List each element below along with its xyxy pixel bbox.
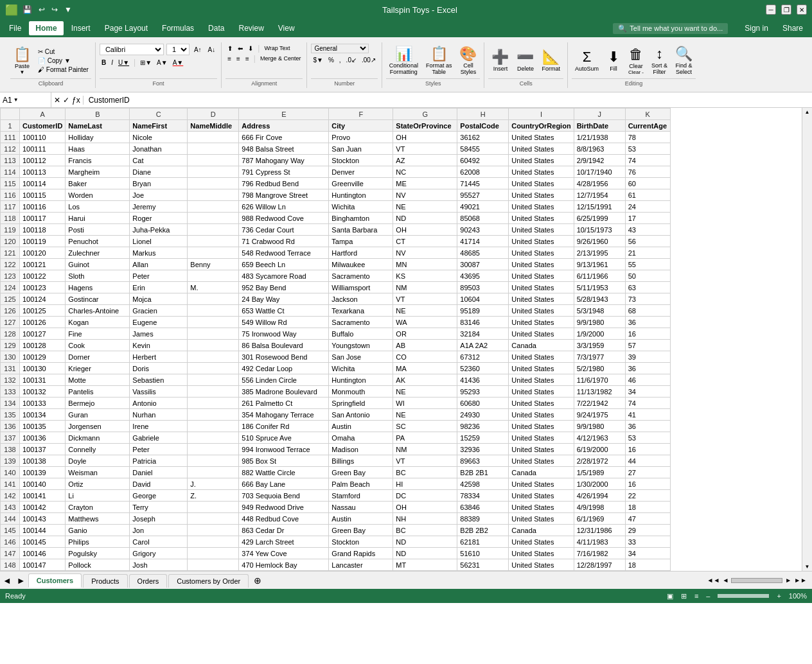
cell-r117-c1[interactable]: Los: [66, 201, 130, 213]
cell-r142-c0[interactable]: 100141: [20, 490, 66, 502]
cell-r118-c0[interactable]: 100117: [20, 213, 66, 224]
cell-r128-c4[interactable]: 75 Ironwood Way: [239, 328, 329, 340]
cell-r114-c0[interactable]: 100113: [20, 166, 66, 178]
cell-r131-c1[interactable]: Krieger: [66, 363, 130, 374]
cell-r115-c0[interactable]: 100114: [20, 178, 66, 189]
cell-r124-c9[interactable]: 5/11/1953: [574, 282, 625, 293]
cell-r118-c9[interactable]: 6/25/1999: [574, 213, 625, 224]
cell-r144-c3[interactable]: [188, 513, 239, 525]
page-layout-view-button[interactable]: ⊞: [681, 592, 687, 600]
cell-r120-c5[interactable]: Tampa: [329, 236, 393, 247]
cell-r129-c1[interactable]: Cook: [66, 340, 130, 351]
cell-r117-c3[interactable]: [188, 201, 239, 213]
cell-r125-c10[interactable]: 73: [625, 293, 670, 305]
cell-r129-c7[interactable]: A1A 2A2: [457, 340, 509, 351]
align-bottom-button[interactable]: ⬇: [246, 44, 255, 53]
cell-r145-c9[interactable]: 12/31/1986: [574, 525, 625, 536]
cell-r141-c7[interactable]: 42598: [457, 478, 509, 490]
cell-r126-c10[interactable]: 68: [625, 305, 670, 317]
cell-r133-c9[interactable]: 11/13/1982: [574, 386, 625, 398]
cell-r131-c6[interactable]: MA: [393, 363, 457, 374]
cell-r135-c1[interactable]: Guran: [66, 409, 130, 421]
menu-formulas[interactable]: Formulas: [155, 21, 200, 35]
cell-r116-c4[interactable]: 798 Mangrove Street: [239, 189, 329, 201]
cell-r133-c4[interactable]: 385 Madrone Boulevard: [239, 386, 329, 398]
cell-r123-c1[interactable]: Sloth: [66, 270, 130, 282]
cell-r137-c9[interactable]: 4/12/1963: [574, 432, 625, 444]
menu-review[interactable]: Review: [232, 21, 270, 35]
cell-r113-c1[interactable]: Francis: [66, 155, 130, 166]
col-header-i[interactable]: I: [509, 109, 574, 120]
cell-r134-c6[interactable]: WI: [393, 398, 457, 409]
cell-r132-c2[interactable]: Sebastien: [130, 374, 188, 386]
col-header-b[interactable]: B: [66, 109, 130, 120]
col-header-j[interactable]: J: [574, 109, 625, 120]
cell-r148-c4[interactable]: 470 Hemlock Bay: [239, 559, 329, 571]
cell-r136-c1[interactable]: Jorgensen: [66, 421, 130, 432]
insert-function-icon[interactable]: ƒx: [72, 96, 80, 105]
cell-r112-c4[interactable]: 948 Balsa Street: [239, 143, 329, 155]
cell-r112-c0[interactable]: 100111: [20, 143, 66, 155]
cell-r131-c0[interactable]: 100130: [20, 363, 66, 374]
cell-r119-c1[interactable]: Posti: [66, 224, 130, 236]
cell-r116-c3[interactable]: [188, 189, 239, 201]
cell-r137-c4[interactable]: 510 Spruce Ave: [239, 432, 329, 444]
cell-r134-c8[interactable]: United States: [509, 398, 574, 409]
cell-r145-c3[interactable]: [188, 525, 239, 536]
cell-r136-c9[interactable]: 9/9/1980: [574, 421, 625, 432]
cell-r111-c2[interactable]: Nicole: [130, 132, 188, 143]
cell-r123-c6[interactable]: KS: [393, 270, 457, 282]
cell-r113-c0[interactable]: 100112: [20, 155, 66, 166]
wrap-text-button[interactable]: Wrap Text: [262, 44, 292, 53]
cell-r138-c4[interactable]: 994 Ironwood Terrace: [239, 444, 329, 455]
cell-r142-c4[interactable]: 703 Sequoia Bend: [239, 490, 329, 502]
close-button[interactable]: ✕: [797, 4, 807, 15]
cell-r113-c4[interactable]: 787 Mahogany Way: [239, 155, 329, 166]
cell-r113-c9[interactable]: 2/9/1942: [574, 155, 625, 166]
cell-r148-c5[interactable]: Lancaster: [329, 559, 393, 571]
cell-r144-c10[interactable]: 47: [625, 513, 670, 525]
cell-r119-c4[interactable]: 736 Cedar Court: [239, 224, 329, 236]
cell-r143-c3[interactable]: [188, 502, 239, 513]
cell-r133-c8[interactable]: United States: [509, 386, 574, 398]
cell-r136-c7[interactable]: 98236: [457, 421, 509, 432]
cell-r114-c9[interactable]: 10/17/1940: [574, 166, 625, 178]
cell-r120-c9[interactable]: 9/26/1960: [574, 236, 625, 247]
cell-r143-c8[interactable]: United States: [509, 502, 574, 513]
cell-r126-c8[interactable]: United States: [509, 305, 574, 317]
cell-r130-c3[interactable]: [188, 351, 239, 363]
cell-r147-c8[interactable]: United States: [509, 548, 574, 559]
share-button[interactable]: Share: [776, 21, 809, 35]
zoom-out-button[interactable]: –: [706, 592, 710, 600]
cell-r130-c0[interactable]: 100129: [20, 351, 66, 363]
cell-r116-c7[interactable]: 95527: [457, 189, 509, 201]
cell-r133-c10[interactable]: 34: [625, 386, 670, 398]
cell-r130-c5[interactable]: San Jose: [329, 351, 393, 363]
cell-r113-c7[interactable]: 60492: [457, 155, 509, 166]
cell-r135-c0[interactable]: 100134: [20, 409, 66, 421]
cell-r115-c9[interactable]: 4/28/1956: [574, 178, 625, 189]
cell-r141-c1[interactable]: Ortiz: [66, 478, 130, 490]
cell-r126-c4[interactable]: 653 Wattle Ct: [239, 305, 329, 317]
cell-r130-c7[interactable]: 67312: [457, 351, 509, 363]
cell-r132-c9[interactable]: 11/6/1970: [574, 374, 625, 386]
cell-r122-c5[interactable]: Milwaukee: [329, 259, 393, 270]
cell-r123-c9[interactable]: 6/11/1966: [574, 270, 625, 282]
cell-r1-c9[interactable]: BirthDate: [574, 120, 625, 132]
fill-button[interactable]: ⬇ Fill: [603, 47, 624, 74]
minimize-button[interactable]: ─: [766, 4, 776, 15]
cell-r119-c3[interactable]: [188, 224, 239, 236]
cell-r143-c6[interactable]: OH: [393, 502, 457, 513]
cell-r116-c10[interactable]: 61: [625, 189, 670, 201]
cell-r130-c9[interactable]: 7/3/1977: [574, 351, 625, 363]
cell-r146-c2[interactable]: Carol: [130, 536, 188, 548]
cell-r140-c8[interactable]: Canada: [509, 467, 574, 478]
col-header-a[interactable]: A: [20, 109, 66, 120]
cell-r111-c7[interactable]: 36162: [457, 132, 509, 143]
cell-r129-c3[interactable]: [188, 340, 239, 351]
cell-r111-c4[interactable]: 666 Fir Cove: [239, 132, 329, 143]
menu-insert[interactable]: Insert: [65, 21, 97, 35]
cell-r119-c2[interactable]: Juha-Pekka: [130, 224, 188, 236]
cell-r143-c2[interactable]: Terry: [130, 502, 188, 513]
tell-me-search[interactable]: 🔍 Tell me what you want to do...: [613, 23, 728, 34]
